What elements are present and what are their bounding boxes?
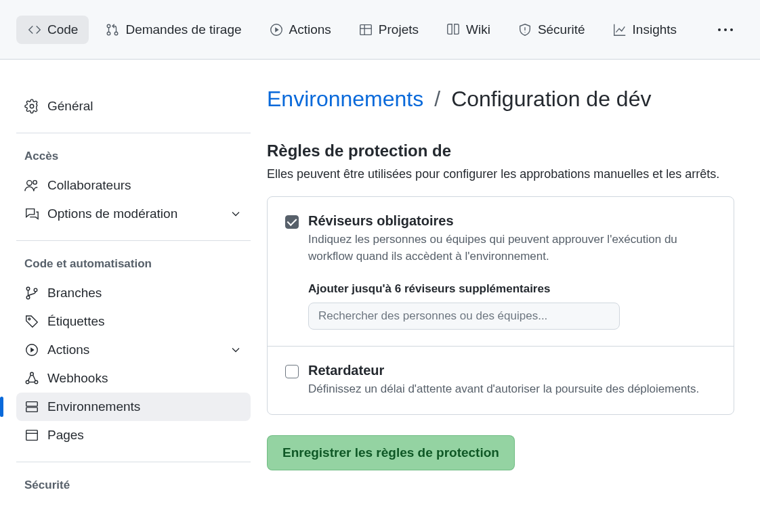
sidebar-item-label: Étiquettes xyxy=(47,314,105,329)
rule-wait-timer: Retardateur Définissez un délai d'attent… xyxy=(268,346,734,414)
repo-tabbar: Code Demandes de tirage Actions Projets … xyxy=(0,0,760,60)
gear-icon xyxy=(24,99,39,114)
svg-point-0 xyxy=(108,24,111,28)
tab-security[interactable]: Sécurité xyxy=(507,16,596,44)
sidebar-item-general[interactable]: Général xyxy=(16,92,251,120)
sidebar-item-moderation[interactable]: Options de modération xyxy=(16,200,251,228)
content-area: Environnements / Configuration de dév Rè… xyxy=(267,60,734,512)
shield-icon xyxy=(518,22,532,37)
comment-discussion-icon xyxy=(24,206,39,221)
tab-wiki[interactable]: Wiki xyxy=(435,16,501,44)
breadcrumb-current: Configuration de dév xyxy=(451,87,651,112)
code-icon xyxy=(27,22,42,37)
tab-code[interactable]: Code xyxy=(16,16,89,44)
sidebar-item-label: Actions xyxy=(47,342,89,357)
people-icon xyxy=(24,178,39,193)
tab-projects[interactable]: Projets xyxy=(347,16,429,44)
browser-icon xyxy=(24,428,39,443)
divider xyxy=(16,462,251,462)
protection-rules-desc: Elles peuvent être utilisées pour config… xyxy=(267,166,734,183)
add-reviewers-label: Ajouter jusqu'à 6 réviseurs supplémentai… xyxy=(308,282,716,296)
divider xyxy=(16,133,251,133)
svg-point-1 xyxy=(108,32,111,35)
rule-title: Réviseurs obligatoires xyxy=(308,213,716,229)
sidebar-item-label: Pages xyxy=(47,428,84,443)
sidebar-heading-security: Sécurité xyxy=(16,474,251,500)
webhook-icon xyxy=(24,371,39,386)
breadcrumb-separator: / xyxy=(434,87,440,112)
book-icon xyxy=(446,22,461,37)
play-circle-icon xyxy=(24,342,39,357)
sidebar-item-collaborators[interactable]: Collaborateurs xyxy=(16,171,251,200)
graph-icon xyxy=(612,22,627,37)
save-protection-rules-button[interactable]: Enregistrer les règles de protection xyxy=(267,435,515,470)
svg-marker-18 xyxy=(30,347,35,352)
breadcrumb: Environnements / Configuration de dév xyxy=(267,87,734,112)
sidebar-item-actions[interactable]: Actions xyxy=(16,336,251,364)
sidebar-item-branches[interactable]: Branches xyxy=(16,279,251,307)
divider xyxy=(16,240,251,241)
tab-pull-requests-label: Demandes de tirage xyxy=(125,22,241,37)
svg-point-9 xyxy=(524,32,525,32)
wait-timer-checkbox[interactable] xyxy=(285,365,299,378)
tab-security-label: Sécurité xyxy=(538,22,585,37)
tab-insights-label: Insights xyxy=(633,22,677,37)
chevron-down-icon xyxy=(229,207,242,221)
svg-point-2 xyxy=(115,32,119,35)
tab-code-label: Code xyxy=(47,22,78,37)
play-circle-icon xyxy=(269,22,284,37)
chevron-down-icon xyxy=(229,343,242,357)
required-reviewers-checkbox[interactable] xyxy=(285,215,299,229)
reviewers-search-input[interactable] xyxy=(308,303,620,330)
sidebar-item-tags[interactable]: Étiquettes xyxy=(16,307,251,336)
rule-desc: Définissez un délai d'attente avant d'au… xyxy=(308,381,699,398)
protection-rules-box: Réviseurs obligatoires Indiquez les pers… xyxy=(267,196,734,415)
dot-icon xyxy=(730,28,733,31)
rule-required-reviewers: Réviseurs obligatoires Indiquez les pers… xyxy=(268,197,734,346)
svg-rect-22 xyxy=(26,402,38,406)
tag-icon xyxy=(24,314,39,329)
dot-icon xyxy=(718,28,721,31)
sidebar-item-pages[interactable]: Pages xyxy=(16,421,251,449)
git-pull-request-icon xyxy=(105,22,120,37)
sidebar-item-label: Collaborateurs xyxy=(47,178,131,193)
svg-point-20 xyxy=(26,380,29,384)
tab-pull-requests[interactable]: Demandes de tirage xyxy=(94,16,252,44)
svg-point-16 xyxy=(28,318,30,320)
sidebar-heading-code-automation: Code et automatisation xyxy=(16,253,251,279)
settings-sidebar: Général Accès Collaborateurs Options de … xyxy=(16,60,267,512)
tab-insights[interactable]: Insights xyxy=(601,16,688,44)
svg-point-19 xyxy=(30,372,34,376)
tab-projects-label: Projets xyxy=(379,22,419,37)
svg-marker-4 xyxy=(275,27,279,32)
sidebar-item-label: Général xyxy=(47,99,93,114)
table-icon xyxy=(358,22,373,37)
svg-point-12 xyxy=(33,181,37,185)
tab-wiki-label: Wiki xyxy=(466,22,490,37)
git-branch-icon xyxy=(24,286,39,301)
tab-actions-label: Actions xyxy=(289,22,331,37)
svg-rect-5 xyxy=(360,24,372,35)
svg-rect-26 xyxy=(26,430,38,441)
tab-actions[interactable]: Actions xyxy=(258,16,342,44)
sidebar-item-label: Branches xyxy=(47,286,102,301)
svg-point-10 xyxy=(30,104,34,108)
sidebar-item-webhooks[interactable]: Webhooks xyxy=(16,364,251,393)
rule-title: Retardateur xyxy=(308,363,699,378)
svg-rect-23 xyxy=(26,407,38,412)
svg-point-13 xyxy=(26,287,30,290)
tab-overflow-menu[interactable] xyxy=(707,20,744,39)
server-icon xyxy=(24,399,39,414)
svg-point-14 xyxy=(26,296,30,299)
svg-point-21 xyxy=(35,380,38,384)
rule-desc: Indiquez les personnes ou équipes qui pe… xyxy=(308,231,716,265)
dot-icon xyxy=(724,28,727,31)
sidebar-heading-access: Accès xyxy=(16,146,251,171)
breadcrumb-parent-link[interactable]: Environnements xyxy=(267,87,423,112)
sidebar-item-environments[interactable]: Environnements xyxy=(16,393,251,421)
svg-point-11 xyxy=(27,181,32,185)
sidebar-item-label: Webhooks xyxy=(47,371,108,386)
sidebar-item-label: Options de modération xyxy=(47,206,177,221)
svg-point-15 xyxy=(34,288,37,292)
sidebar-item-label: Environnements xyxy=(47,399,140,414)
